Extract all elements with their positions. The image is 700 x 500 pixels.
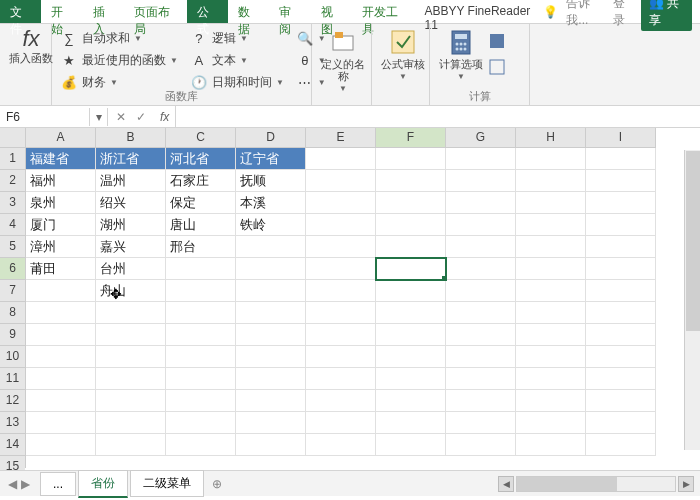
cell[interactable]: 邢台 (166, 236, 236, 258)
cell[interactable]: 泉州 (26, 192, 96, 214)
cell[interactable] (376, 368, 446, 390)
cell[interactable] (236, 368, 306, 390)
cell[interactable] (516, 368, 586, 390)
cell[interactable] (166, 412, 236, 434)
cell[interactable]: 唐山 (166, 214, 236, 236)
cell[interactable] (516, 390, 586, 412)
cell[interactable] (446, 368, 516, 390)
scroll-thumb[interactable] (686, 151, 700, 331)
sheet-nav-next[interactable]: ▶ (21, 477, 30, 491)
cell[interactable] (516, 214, 586, 236)
share-button[interactable]: 👥 共享 (641, 0, 692, 31)
cell[interactable] (166, 346, 236, 368)
col-header-A[interactable]: A (26, 128, 96, 148)
cell[interactable] (306, 434, 376, 456)
cancel-icon[interactable]: ✕ (116, 110, 126, 124)
cell[interactable] (586, 368, 656, 390)
cell[interactable]: 辽宁省 (236, 148, 306, 170)
cell-grid[interactable]: ✥ 福建省浙江省河北省辽宁省福州温州石家庄抚顺泉州绍兴保定本溪厦门湖州唐山铁岭漳… (26, 148, 700, 468)
cell[interactable] (306, 346, 376, 368)
cell[interactable] (516, 346, 586, 368)
cell[interactable] (376, 434, 446, 456)
cell[interactable] (446, 148, 516, 170)
cell[interactable] (586, 434, 656, 456)
row-header-3[interactable]: 3 (0, 192, 25, 214)
scroll-track[interactable] (516, 476, 676, 492)
cell[interactable] (586, 346, 656, 368)
tab-formula[interactable]: 公式 (187, 0, 228, 23)
cell[interactable] (166, 324, 236, 346)
cell[interactable] (586, 280, 656, 302)
row-header-8[interactable]: 8 (0, 302, 25, 324)
cell[interactable] (376, 214, 446, 236)
cell[interactable] (376, 390, 446, 412)
cell[interactable] (306, 302, 376, 324)
cell[interactable] (516, 170, 586, 192)
cell[interactable] (516, 302, 586, 324)
calc-options-button[interactable]: 计算选项 ▼ (436, 26, 486, 81)
row-header-13[interactable]: 13 (0, 412, 25, 434)
cell[interactable]: 莆田 (26, 258, 96, 280)
sheet-tab-1[interactable]: 省份 (78, 470, 128, 498)
cell[interactable]: 保定 (166, 192, 236, 214)
cell[interactable] (26, 324, 96, 346)
cell[interactable] (26, 390, 96, 412)
row-header-7[interactable]: 7 (0, 280, 25, 302)
cell[interactable] (236, 324, 306, 346)
cell[interactable] (236, 412, 306, 434)
cell[interactable]: 舟山 (96, 280, 166, 302)
col-header-D[interactable]: D (236, 128, 306, 148)
cell[interactable] (446, 324, 516, 346)
calc-now-icon[interactable] (488, 32, 506, 50)
tab-dev[interactable]: 开发工具 (352, 0, 415, 23)
cell[interactable] (306, 324, 376, 346)
cell[interactable] (446, 258, 516, 280)
cell[interactable] (376, 170, 446, 192)
cell[interactable] (166, 280, 236, 302)
cell[interactable] (586, 324, 656, 346)
cell[interactable] (586, 390, 656, 412)
cell[interactable]: 漳州 (26, 236, 96, 258)
row-header-12[interactable]: 12 (0, 390, 25, 412)
cell[interactable] (26, 346, 96, 368)
tab-view[interactable]: 视图 (311, 0, 352, 23)
tab-layout[interactable]: 页面布局 (124, 0, 187, 23)
name-box[interactable]: F6 (0, 108, 90, 126)
cell[interactable] (446, 280, 516, 302)
formula-audit-button[interactable]: 公式审核 ▼ (378, 26, 428, 81)
cell[interactable] (236, 236, 306, 258)
add-sheet-button[interactable]: ⊕ (204, 473, 230, 495)
cell[interactable] (236, 346, 306, 368)
cell[interactable] (306, 214, 376, 236)
cell[interactable] (516, 192, 586, 214)
cell[interactable]: 厦门 (26, 214, 96, 236)
cell[interactable]: 台州 (96, 258, 166, 280)
cell[interactable] (306, 236, 376, 258)
cell[interactable] (236, 434, 306, 456)
col-header-C[interactable]: C (166, 128, 236, 148)
cell[interactable] (26, 280, 96, 302)
tab-insert[interactable]: 插入 (83, 0, 124, 23)
row-header-9[interactable]: 9 (0, 324, 25, 346)
cell[interactable] (166, 368, 236, 390)
cell[interactable] (26, 302, 96, 324)
sheet-tab-2[interactable]: 二级菜单 (130, 470, 204, 497)
cell[interactable] (306, 148, 376, 170)
cell[interactable]: 本溪 (236, 192, 306, 214)
cell[interactable] (586, 236, 656, 258)
tab-file[interactable]: 文件 (0, 0, 41, 23)
cell[interactable] (306, 412, 376, 434)
enter-icon[interactable]: ✓ (136, 110, 146, 124)
cell[interactable]: 福州 (26, 170, 96, 192)
fx-label-icon[interactable]: fx (154, 110, 175, 124)
scroll-thumb[interactable] (517, 477, 617, 491)
cell[interactable] (446, 170, 516, 192)
horizontal-scrollbar[interactable]: ◀ ▶ (498, 476, 700, 492)
cell[interactable] (446, 412, 516, 434)
cell[interactable] (26, 412, 96, 434)
row-header-11[interactable]: 11 (0, 368, 25, 390)
cell[interactable] (96, 368, 166, 390)
cell[interactable]: 石家庄 (166, 170, 236, 192)
col-header-I[interactable]: I (586, 128, 656, 148)
login-link[interactable]: 登录 (613, 0, 633, 29)
